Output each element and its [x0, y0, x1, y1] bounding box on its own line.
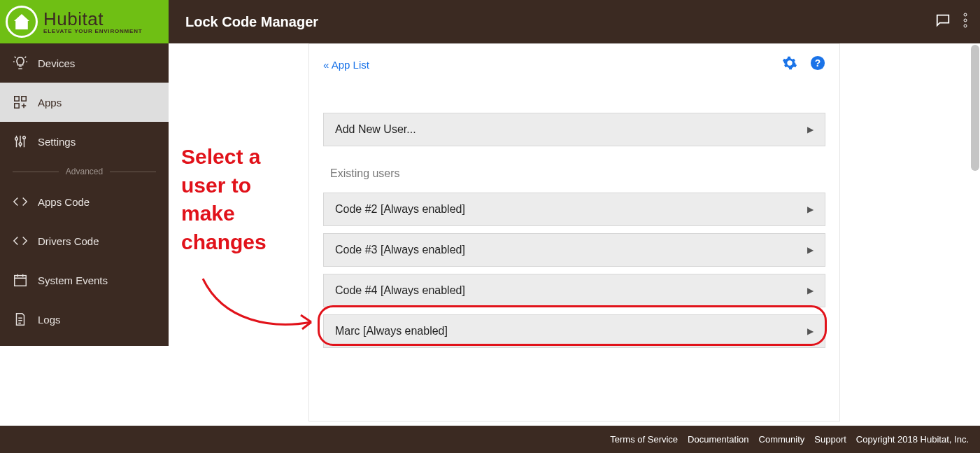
add-user-button[interactable]: Add New User... ▶	[323, 113, 825, 146]
panel-header: « App List ?	[309, 44, 839, 85]
top-header: Hubitat ELEVATE YOUR ENVIRONMENT Lock Co…	[0, 0, 980, 43]
gear-icon[interactable]	[782, 55, 797, 74]
chevron-right-icon: ▶	[807, 125, 814, 134]
sidebar-item-label: Logs	[38, 314, 61, 326]
user-row-marc[interactable]: Marc [Always enabled] ▶	[323, 314, 825, 348]
existing-users-label: Existing users	[330, 167, 825, 180]
sidebar-item-label: Apps Code	[38, 196, 90, 208]
user-row[interactable]: Code #4 [Always enabled] ▶	[323, 274, 825, 307]
footer-copyright: Copyright 2018 Hubitat, Inc.	[856, 434, 969, 445]
logo-sub: ELEVATE YOUR ENVIRONMENT	[43, 28, 142, 34]
scrollbar-thumb[interactable]	[971, 45, 979, 171]
grid-icon	[13, 95, 28, 110]
svg-rect-9	[15, 276, 27, 286]
sidebar-item-label: Settings	[38, 136, 76, 148]
svg-point-6	[15, 138, 18, 141]
sidebar-item-logs[interactable]: Logs	[0, 300, 169, 339]
chevron-right-icon: ▶	[807, 204, 814, 214]
topbar-actions	[935, 13, 980, 31]
sidebar-item-system-events[interactable]: System Events	[0, 260, 169, 300]
sidebar-item-label: Apps	[38, 97, 62, 109]
user-row-label: Code #4 [Always enabled]	[335, 284, 465, 297]
svg-point-0	[964, 13, 967, 16]
chevron-right-icon: ▶	[807, 326, 814, 336]
sidebar-item-label: Drivers Code	[38, 235, 99, 247]
main-content: « App List ? Add New User... ▶ Existing …	[169, 43, 980, 426]
sidebar-item-settings[interactable]: Settings	[0, 122, 169, 161]
sidebar: Devices Apps Settings Advanced Apps Code…	[0, 43, 169, 346]
sidebar-item-label: Devices	[38, 57, 75, 69]
code-icon	[13, 233, 28, 249]
footer: Terms of Service Documentation Community…	[0, 426, 980, 453]
svg-text:?: ?	[815, 58, 821, 69]
footer-link-tos[interactable]: Terms of Service	[610, 434, 678, 445]
back-to-app-list-link[interactable]: « App List	[323, 59, 369, 71]
footer-link-support[interactable]: Support	[814, 434, 846, 445]
app-panel: « App List ? Add New User... ▶ Existing …	[308, 43, 840, 421]
logo-text: Hubitat ELEVATE YOUR ENVIRONMENT	[43, 10, 142, 34]
svg-point-1	[964, 19, 967, 22]
sidebar-item-apps-code[interactable]: Apps Code	[0, 182, 169, 221]
logo-main: Hubitat	[43, 10, 142, 28]
sidebar-advanced-separator: Advanced	[0, 161, 169, 182]
sliders-icon	[13, 134, 28, 149]
chat-icon[interactable]	[935, 13, 951, 31]
user-row-label: Code #3 [Always enabled]	[335, 244, 465, 256]
logo-icon	[6, 6, 38, 38]
user-row[interactable]: Code #3 [Always enabled] ▶	[323, 233, 825, 267]
user-row-label: Code #2 [Always enabled]	[335, 203, 465, 216]
chevron-right-icon: ▶	[807, 245, 814, 255]
logo-block[interactable]: Hubitat ELEVATE YOUR ENVIRONMENT	[0, 0, 169, 43]
help-icon[interactable]: ?	[810, 55, 825, 74]
svg-rect-4	[22, 97, 26, 101]
more-icon[interactable]	[963, 13, 967, 31]
footer-link-community[interactable]: Community	[759, 434, 805, 445]
svg-point-7	[19, 143, 22, 146]
sidebar-item-drivers-code[interactable]: Drivers Code	[0, 221, 169, 260]
chevron-right-icon: ▶	[807, 286, 814, 295]
sidebar-item-devices[interactable]: Devices	[0, 43, 169, 83]
svg-rect-5	[15, 104, 19, 108]
svg-point-2	[964, 25, 967, 27]
add-user-label: Add New User...	[335, 123, 416, 136]
svg-rect-3	[15, 97, 19, 101]
svg-point-8	[23, 137, 26, 139]
user-row-label: Marc [Always enabled]	[335, 325, 448, 337]
panel-body: Add New User... ▶ Existing users Code #2…	[309, 85, 839, 369]
sidebar-item-label: System Events	[38, 274, 108, 286]
annotation-text: Select a user to make changes	[181, 143, 267, 256]
calendar-icon	[13, 272, 28, 288]
document-icon	[13, 312, 28, 327]
footer-link-docs[interactable]: Documentation	[688, 434, 748, 445]
page-title: Lock Code Manager	[185, 14, 318, 30]
bulb-icon	[13, 55, 28, 71]
code-icon	[13, 194, 28, 209]
sidebar-item-apps[interactable]: Apps	[0, 83, 169, 122]
user-row[interactable]: Code #2 [Always enabled] ▶	[323, 193, 825, 226]
